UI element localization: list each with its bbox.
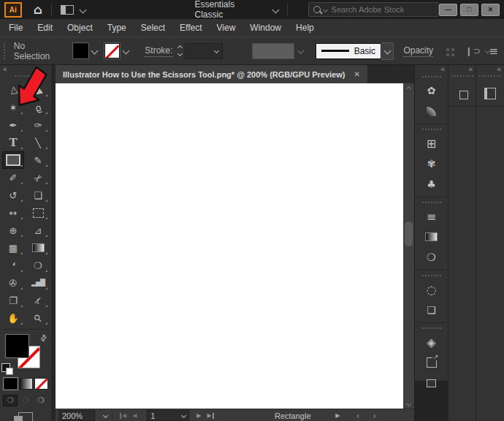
shaper-tool[interactable]: ✐: [2, 169, 24, 186]
zoom-level-field[interactable]: 200%: [58, 410, 95, 421]
lasso-tool[interactable]: ϱ: [27, 99, 49, 116]
panel-group-grip[interactable]: [415, 270, 448, 279]
menu-edit[interactable]: Edit: [30, 19, 60, 37]
scissors-tool[interactable]: ✂: [27, 169, 49, 186]
workspace-switcher[interactable]: Essentials Classic: [195, 0, 264, 20]
swap-fill-stroke-icon[interactable]: ⇄: [38, 333, 50, 344]
line-segment-tool[interactable]: ╲: [27, 134, 49, 151]
direct-selection-tool[interactable]: ▶: [27, 81, 49, 99]
menu-file[interactable]: File: [1, 19, 30, 37]
menu-effect[interactable]: Effect: [172, 19, 209, 37]
menu-view[interactable]: View: [210, 19, 243, 37]
fill-color-swatch[interactable]: [73, 43, 88, 58]
maximize-button[interactable]: □: [460, 4, 478, 16]
scroll-down-button[interactable]: [403, 398, 414, 409]
default-fill-stroke-icon[interactable]: [1, 363, 10, 372]
scroll-up-button[interactable]: [403, 83, 414, 94]
status-play-icon[interactable]: ▶: [335, 413, 340, 419]
panel-group-grip[interactable]: [415, 124, 448, 133]
panel-menu-icon[interactable]: ≡: [489, 45, 498, 58]
stroke-weight-stepper[interactable]: [178, 46, 182, 56]
rectangle-tool[interactable]: [2, 151, 24, 169]
blend-tool[interactable]: ❍: [27, 257, 49, 274]
first-artboard-button[interactable]: ◀: [120, 413, 126, 419]
collapse-panel-icon[interactable]: «: [497, 65, 500, 73]
artboard-navigation-field[interactable]: 1: [147, 410, 189, 421]
previous-artboard-button[interactable]: ◀: [132, 413, 137, 419]
collapse-panel-icon[interactable]: «: [3, 65, 7, 73]
menu-help[interactable]: Help: [289, 19, 321, 37]
chevron-down-icon[interactable]: [79, 6, 86, 13]
color-button[interactable]: [4, 378, 18, 390]
collapse-panel-icon[interactable]: «: [440, 65, 444, 73]
draw-inside-mode[interactable]: ❍: [34, 395, 48, 406]
panel-group-grip[interactable]: [415, 322, 448, 332]
eyedropper-tool[interactable]: ❛: [2, 257, 24, 274]
menu-object[interactable]: Object: [60, 19, 100, 37]
pen-tool[interactable]: ✒: [2, 116, 24, 134]
column-graph-tool[interactable]: ▂▅█: [27, 274, 49, 292]
hand-tool[interactable]: ✋: [2, 309, 24, 327]
document-tab[interactable]: Illustrator How to Use the Scissors Tool…: [56, 65, 367, 83]
close-tab-icon[interactable]: ✕: [354, 70, 359, 78]
asset-export-panel-icon[interactable]: [415, 352, 448, 373]
collapse-panel-icon[interactable]: «: [468, 65, 472, 73]
stroke-panel-icon[interactable]: ≡: [415, 206, 448, 227]
width-tool[interactable]: ↔: [2, 204, 24, 221]
decrement-icon[interactable]: [177, 51, 183, 56]
adobe-stock-search[interactable]: [308, 2, 439, 17]
color-panel-icon[interactable]: ✿: [415, 80, 448, 101]
mesh-tool[interactable]: ▦: [2, 239, 24, 257]
panel-grip[interactable]: [479, 75, 501, 77]
stroke-weight-label[interactable]: Stroke:: [145, 45, 172, 57]
magic-wand-tool[interactable]: ✶: [2, 99, 24, 116]
vertical-scrollbar[interactable]: [403, 83, 414, 409]
menu-select[interactable]: Select: [134, 19, 172, 37]
graphic-styles-panel-icon[interactable]: ❏: [415, 300, 448, 320]
artboard-tool[interactable]: ❐: [2, 292, 24, 309]
scrollbar-track[interactable]: [403, 94, 414, 398]
status-prev-icon[interactable]: ‹: [356, 411, 359, 420]
free-transform-tool[interactable]: [27, 204, 49, 221]
gradient-panel-icon[interactable]: [415, 227, 448, 247]
canvas[interactable]: [56, 83, 403, 409]
home-icon[interactable]: ⌂: [34, 4, 42, 16]
panel-grip[interactable]: [15, 75, 37, 77]
increment-icon[interactable]: [177, 45, 183, 50]
isolate-mode-icon[interactable]: ❙⊃: [465, 46, 481, 56]
next-artboard-button[interactable]: ▶: [196, 413, 201, 419]
scrollbar-thumb[interactable]: [405, 221, 413, 246]
brush-definition-dropdown[interactable]: Basic: [316, 43, 381, 59]
perspective-grid-tool[interactable]: ⊿: [27, 221, 49, 239]
color-guide-panel-icon[interactable]: [415, 101, 448, 121]
style-grid-icon[interactable]: [446, 48, 449, 51]
slice-tool[interactable]: ✃: [27, 292, 49, 309]
panel-group-grip[interactable]: [415, 197, 448, 206]
panel-grip[interactable]: [451, 75, 473, 77]
stroke-weight-dropdown[interactable]: [185, 43, 223, 59]
type-tool[interactable]: T: [2, 134, 24, 151]
none-button[interactable]: [34, 378, 48, 390]
brushes-panel-icon[interactable]: ✾: [415, 153, 448, 174]
chevron-down-icon[interactable]: [91, 48, 99, 55]
last-artboard-button[interactable]: ▶: [207, 413, 213, 419]
draw-normal-mode[interactable]: ❍: [3, 395, 18, 406]
chevron-down-icon[interactable]: [181, 413, 186, 418]
curvature-tool[interactable]: ✑: [27, 116, 49, 134]
close-button[interactable]: ✕: [481, 4, 500, 16]
chevron-down-icon[interactable]: [272, 6, 279, 13]
scale-tool[interactable]: ❏: [27, 186, 49, 204]
shape-builder-tool[interactable]: ⊕: [2, 221, 24, 239]
change-screen-mode-button[interactable]: [18, 412, 33, 421]
gradient-tool[interactable]: [27, 239, 49, 257]
paintbrush-tool[interactable]: ✎: [27, 151, 49, 169]
rotate-tool[interactable]: ↺: [2, 186, 24, 204]
libraries-panel-icon[interactable]: [476, 81, 504, 107]
artboards-panel-icon[interactable]: [415, 373, 448, 393]
zoom-dropdown-icon[interactable]: [103, 413, 108, 418]
layers-panel-icon[interactable]: ◈: [415, 332, 448, 352]
symbols-panel-icon[interactable]: ♣: [415, 174, 448, 194]
stroke-color-swatch[interactable]: [104, 43, 120, 58]
appearance-panel-icon[interactable]: ◌: [415, 279, 448, 300]
panel-3d-materials-icon[interactable]: [448, 81, 476, 107]
